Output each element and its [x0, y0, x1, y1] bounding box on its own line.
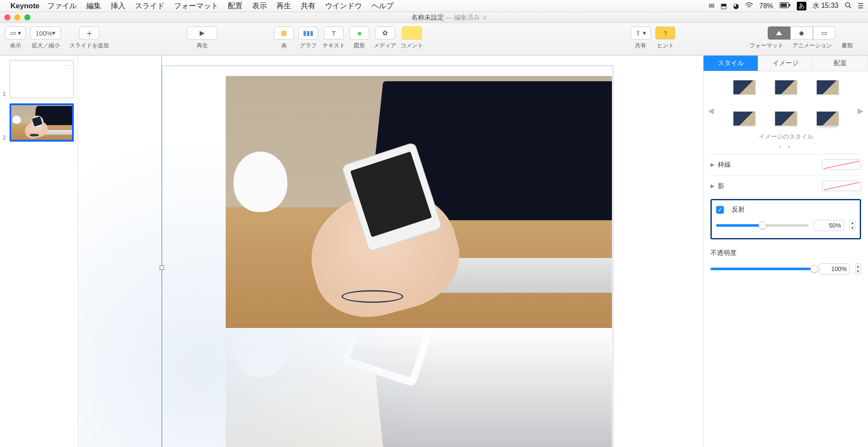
menu-format[interactable]: フォーマット: [174, 1, 218, 11]
reflection-checkbox[interactable]: ✓: [716, 206, 724, 214]
svg-rect-1: [789, 4, 790, 7]
menu-view[interactable]: 表示: [252, 1, 267, 11]
comment-button[interactable]: [402, 26, 422, 40]
inspector-tab-image[interactable]: イメージ: [758, 56, 813, 71]
inspector-tab-style[interactable]: スタイル: [704, 56, 758, 71]
window-title[interactable]: 名称未設定 — 編集済み ∨: [30, 13, 868, 22]
status-app-icon[interactable]: ◕: [733, 2, 739, 10]
format-panel-button[interactable]: [768, 26, 790, 40]
status-battery-text: 78%: [759, 2, 773, 10]
resize-handle-left[interactable]: [160, 265, 164, 270]
image-style-swatch[interactable]: [733, 111, 756, 126]
status-wifi-icon[interactable]: [745, 2, 753, 10]
shadow-section[interactable]: ▶ 影: [710, 181, 861, 191]
window-titlebar: 名称未設定 — 編集済み ∨: [0, 12, 868, 23]
chart-button[interactable]: ▮▮▮: [298, 26, 318, 40]
opacity-value-field[interactable]: 100%: [819, 263, 850, 275]
add-slide-button[interactable]: ＋: [79, 26, 99, 40]
image-style-picker: ◀ ▶: [710, 77, 861, 128]
slide-thumbnail[interactable]: 1 ───: [3, 60, 74, 98]
selection-frame[interactable]: [162, 66, 613, 447]
chevron-right-icon[interactable]: ▶: [858, 106, 864, 116]
view-button[interactable]: ▭ ▾: [5, 26, 26, 40]
chevron-left-icon[interactable]: ◀: [708, 106, 714, 116]
hint-button[interactable]: ?: [655, 26, 675, 40]
window-minimize-button[interactable]: [14, 14, 20, 20]
table-button[interactable]: ▦: [274, 26, 294, 40]
window-zoom-button[interactable]: [24, 14, 30, 20]
document-panel-button[interactable]: ▭: [813, 26, 835, 40]
view-label: 表示: [10, 42, 21, 50]
status-ime[interactable]: あ: [797, 2, 806, 10]
document-title: 名称未設定: [411, 13, 444, 21]
inspector-tab-arrange[interactable]: 配置: [813, 56, 868, 71]
image-style-swatch[interactable]: [775, 111, 797, 126]
window-traffic-lights: [4, 14, 30, 20]
menu-help[interactable]: ヘルプ: [372, 1, 394, 11]
media-button[interactable]: ✿: [375, 26, 395, 40]
border-none-swatch[interactable]: [822, 159, 861, 170]
image-style-swatch[interactable]: [816, 111, 839, 126]
app-toolbar: ▭ ▾ 表示 100% ▾ 拡大／縮小 ＋ スライドを追加 ▶ 再生 ▦表 ▮▮…: [0, 23, 868, 56]
zoom-button[interactable]: 100% ▾: [30, 26, 61, 40]
status-clock[interactable]: 水 15:33: [812, 1, 838, 10]
status-spotlight-icon[interactable]: [845, 2, 852, 10]
image-style-swatch[interactable]: [733, 80, 756, 95]
reflection-slider[interactable]: [716, 224, 809, 227]
svg-point-3: [845, 3, 850, 7]
disclosure-triangle-icon[interactable]: ▶: [710, 162, 714, 168]
format-inspector: スタイル イメージ 配置 ◀ ▶ イメージのスタイル • •: [703, 56, 868, 447]
window-close-button[interactable]: [4, 14, 10, 20]
reflection-stepper[interactable]: ▲▼: [849, 220, 855, 231]
opacity-slider[interactable]: [710, 268, 814, 270]
border-section[interactable]: ▶ 枠線: [710, 159, 861, 170]
image-style-caption: イメージのスタイル: [710, 133, 861, 141]
menu-edit[interactable]: 編集: [86, 1, 101, 11]
menu-arrange[interactable]: 配置: [228, 1, 243, 11]
animate-panel-button[interactable]: ◆: [790, 26, 813, 40]
selection-outline: [162, 66, 613, 447]
play-button[interactable]: ▶: [187, 26, 217, 40]
svg-line-4: [849, 7, 851, 8]
slide-thumbnail[interactable]: 2: [3, 103, 74, 142]
svg-rect-2: [781, 3, 787, 7]
reflection-label: 反射: [732, 205, 855, 214]
macos-menubar: Keynote ファイル 編集 挿入 スライド フォーマット 配置 表示 再生 …: [0, 0, 868, 12]
add-slide-label: スライドを追加: [69, 42, 109, 50]
slide-canvas[interactable]: [78, 56, 703, 447]
shadow-none-swatch[interactable]: [822, 181, 861, 191]
status-battery-icon[interactable]: [779, 2, 791, 10]
document-subtitle: — 編集済み ∨: [446, 13, 487, 21]
status-mail-icon[interactable]: ✉: [709, 2, 714, 10]
text-button[interactable]: T: [324, 26, 344, 40]
shape-button[interactable]: ■: [349, 26, 369, 40]
status-control-center-icon[interactable]: ☰: [858, 2, 864, 10]
play-label: 再生: [197, 42, 208, 50]
app-name[interactable]: Keynote: [10, 2, 39, 10]
menu-file[interactable]: ファイル: [47, 1, 77, 11]
menu-window[interactable]: ウインドウ: [325, 1, 362, 11]
app-window: 名称未設定 — 編集済み ∨ ▭ ▾ 表示 100% ▾ 拡大／縮小 ＋ スライ…: [0, 12, 868, 447]
share-button[interactable]: ⇪ ▾: [631, 26, 651, 40]
menu-share[interactable]: 共有: [301, 1, 316, 11]
menu-play[interactable]: 再生: [276, 1, 291, 11]
opacity-stepper[interactable]: ▲▼: [855, 263, 861, 275]
reflection-value-field[interactable]: 50%: [814, 220, 844, 231]
opacity-label: 不透明度: [710, 249, 861, 257]
page-dots[interactable]: • •: [710, 143, 861, 150]
menu-insert[interactable]: 挿入: [111, 1, 125, 11]
reflection-section-highlight: ✓ 反射 50% ▲▼: [710, 199, 861, 239]
slide-navigator[interactable]: 1 ─── 2: [0, 56, 78, 447]
disclosure-triangle-icon[interactable]: ▶: [710, 183, 714, 189]
image-style-swatch[interactable]: [816, 80, 839, 95]
image-style-swatch[interactable]: [775, 80, 797, 95]
zoom-label: 拡大／縮小: [32, 42, 60, 50]
status-dropbox-icon[interactable]: ⬒: [720, 2, 727, 10]
menu-slide[interactable]: スライド: [135, 1, 164, 11]
